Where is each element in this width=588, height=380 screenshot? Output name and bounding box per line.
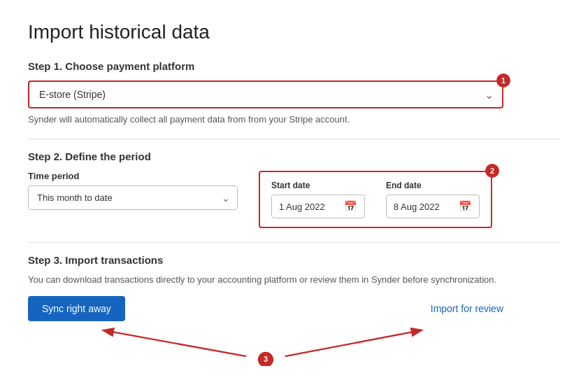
divider-2 <box>28 242 560 243</box>
end-date-input-row[interactable]: 📅 <box>386 195 480 218</box>
divider-1 <box>28 139 560 139</box>
time-period-select-wrapper: This month to date ⌄ <box>28 185 238 210</box>
step3-label: Step 3. Import transactions <box>28 254 560 266</box>
step2-badge: 2 <box>485 164 499 178</box>
time-period-block: Time period This month to date ⌄ <box>28 171 238 210</box>
platform-select-wrapper: E-store (Stripe) ⌄ 1 <box>28 80 503 108</box>
step1-badge: 1 <box>496 73 510 87</box>
dates-box: Start date 📅 End date 📅 <box>259 171 492 228</box>
start-date-label: Start date <box>271 181 365 190</box>
step1-label: Step 1. Choose payment platform <box>28 60 560 72</box>
start-date-calendar-icon[interactable]: 📅 <box>344 200 357 213</box>
end-date-input[interactable] <box>394 202 453 212</box>
start-date-input-row[interactable]: 📅 <box>271 195 365 218</box>
actions-row: Sync right away Import for review <box>28 296 503 321</box>
arrows-svg: 3 <box>28 324 503 366</box>
platform-dropdown-box: E-store (Stripe) ⌄ <box>28 80 503 108</box>
step2-section: Step 2. Define the period Time period Th… <box>28 150 560 228</box>
end-date-calendar-icon[interactable]: 📅 <box>459 200 472 213</box>
step1-description: Synder will automatically collect all pa… <box>28 114 560 125</box>
time-period-label: Time period <box>28 171 238 181</box>
time-period-select[interactable]: This month to date <box>29 186 237 209</box>
step1-section: Step 1. Choose payment platform E-store … <box>28 60 560 125</box>
dates-box-pos: Start date 📅 End date 📅 2 <box>259 171 492 228</box>
step3-section: Step 3. Import transactions You can down… <box>28 254 560 366</box>
page-title: Import historical data <box>28 21 560 43</box>
start-date-field: Start date 📅 <box>271 181 365 218</box>
end-date-field: End date 📅 <box>386 181 480 218</box>
end-date-label: End date <box>386 181 480 190</box>
svg-text:3: 3 <box>264 355 268 363</box>
step3-description: You can download transactions directly t… <box>28 274 503 285</box>
period-row: Time period This month to date ⌄ Start d… <box>28 171 560 228</box>
import-for-review-link[interactable]: Import for review <box>431 303 503 314</box>
arrow-annotation: 3 <box>28 324 503 366</box>
step2-label: Step 2. Define the period <box>28 150 560 162</box>
start-date-input[interactable] <box>279 202 338 212</box>
platform-select[interactable]: E-store (Stripe) <box>29 82 502 107</box>
sync-right-away-button[interactable]: Sync right away <box>28 296 125 321</box>
